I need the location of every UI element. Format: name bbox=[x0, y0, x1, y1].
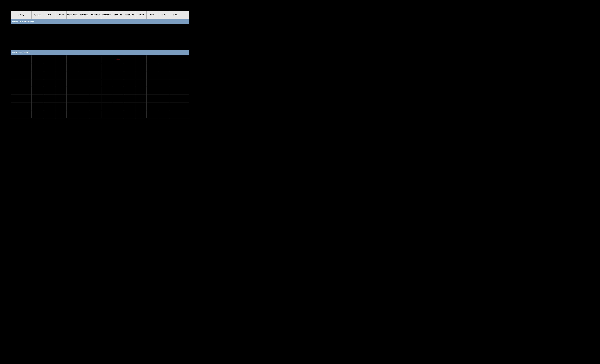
bs-row3-december bbox=[101, 71, 112, 79]
col-header-january: JANUARY bbox=[112, 11, 124, 19]
col-header-august: AUGUST bbox=[55, 11, 66, 19]
bs-row7-january bbox=[112, 102, 124, 110]
bs-row6-activity bbox=[11, 95, 32, 102]
bs-row3-november bbox=[89, 71, 101, 79]
bs-row5-activity bbox=[11, 87, 32, 94]
bs-row5-sponsor bbox=[32, 87, 44, 94]
bs-row3-august bbox=[55, 71, 66, 79]
bs-row1-november bbox=[89, 55, 101, 63]
bs-row6-september bbox=[66, 95, 78, 102]
bs-row4-july bbox=[44, 79, 55, 87]
bs-row4-june bbox=[169, 79, 181, 87]
bs-row8-february bbox=[124, 110, 135, 118]
col-header-december: DECEMBER bbox=[101, 11, 112, 19]
bs-row6-october bbox=[78, 95, 89, 102]
bs-row7-may bbox=[158, 102, 169, 110]
bs-row1-august bbox=[55, 55, 66, 63]
col-header-july: JULY bbox=[44, 11, 55, 19]
bs-row4-may bbox=[158, 79, 169, 87]
bs-row6-april bbox=[147, 95, 158, 102]
bs-row3-september bbox=[66, 71, 78, 79]
bs-row1-may bbox=[158, 55, 169, 63]
bs-row7-november bbox=[89, 102, 101, 110]
bs-row1-activity bbox=[11, 55, 32, 63]
main-container: Activity Sponsor JULY AUGUST SEPTEMBER O… bbox=[11, 11, 189, 118]
bs-row4-december bbox=[101, 79, 112, 87]
bs-row3-february bbox=[124, 71, 135, 79]
bs-row1-march bbox=[135, 55, 147, 63]
bs-row2-june bbox=[169, 63, 181, 71]
bs-row8-may bbox=[158, 110, 169, 118]
bs-row4-january bbox=[112, 79, 124, 87]
bs-row1-december bbox=[101, 55, 112, 63]
bs-row3-march bbox=[135, 71, 147, 79]
bs-row2-activity bbox=[11, 63, 32, 71]
bs-row2-july bbox=[44, 63, 55, 71]
bs-row4-sponsor bbox=[32, 79, 44, 87]
bs-row5-october bbox=[78, 87, 89, 94]
header-row: Activity Sponsor JULY AUGUST SEPTEMBER O… bbox=[11, 11, 189, 19]
bs-row8-january bbox=[112, 110, 124, 118]
bs-row7-activity bbox=[11, 102, 32, 110]
bs-row3-july bbox=[44, 71, 55, 79]
table-row bbox=[11, 71, 189, 79]
col-header-october: OCTOBER bbox=[78, 11, 89, 19]
bs-row1-sponsor bbox=[32, 55, 44, 63]
bs-row7-sponsor bbox=[32, 102, 44, 110]
table-row bbox=[11, 87, 189, 95]
bs-row4-october bbox=[78, 79, 89, 87]
bs-row8-july bbox=[44, 110, 55, 118]
section-header-business-systems: BUSINESS SYSTEMS bbox=[11, 50, 189, 55]
col-header-november: NOVEMBER bbox=[89, 11, 101, 19]
bs-row6-august bbox=[55, 95, 66, 102]
bs-row5-november bbox=[89, 87, 101, 94]
bs-row6-december bbox=[101, 95, 112, 102]
col-header-february: FEBRUARY bbox=[124, 11, 135, 19]
bs-row3-october bbox=[78, 71, 89, 79]
bs-row5-september bbox=[66, 87, 78, 94]
bs-row8-april bbox=[147, 110, 158, 118]
bs-row3-april bbox=[147, 71, 158, 79]
bs-row8-activity bbox=[11, 110, 32, 118]
bs-row7-july bbox=[44, 102, 55, 110]
bs-row5-february bbox=[124, 87, 135, 94]
bs-row2-october bbox=[78, 63, 89, 71]
col-header-june: JUNE bbox=[169, 11, 181, 19]
col-header-activity: Activity bbox=[11, 11, 32, 19]
bs-row8-june bbox=[169, 110, 181, 118]
bs-row2-december bbox=[101, 63, 112, 71]
bs-row6-sponsor bbox=[32, 95, 44, 102]
bs-row1-june bbox=[169, 55, 181, 63]
col-header-september: SEPTEMBER bbox=[66, 11, 78, 19]
bs-row5-march bbox=[135, 87, 147, 94]
bs-row8-october bbox=[78, 110, 89, 118]
bs-row6-march bbox=[135, 95, 147, 102]
bs-row3-june bbox=[169, 71, 181, 79]
bs-row2-march bbox=[135, 63, 147, 71]
bs-row3-activity bbox=[11, 71, 32, 79]
bs-row2-may bbox=[158, 63, 169, 71]
business-systems-data: Action bbox=[11, 55, 189, 118]
table-row bbox=[11, 63, 189, 71]
bs-row8-march bbox=[135, 110, 147, 118]
bs-row4-april bbox=[147, 79, 158, 87]
bs-row4-february bbox=[124, 79, 135, 87]
col-header-april: APRIL bbox=[147, 11, 158, 19]
bs-row6-may bbox=[158, 95, 169, 102]
bs-row8-november bbox=[89, 110, 101, 118]
bs-row3-january bbox=[112, 71, 124, 79]
bs-row2-august bbox=[55, 63, 66, 71]
bs-row1-july bbox=[44, 55, 55, 63]
table-row bbox=[11, 102, 189, 110]
bs-row7-august bbox=[55, 102, 66, 110]
bs-row5-may bbox=[158, 87, 169, 94]
bs-row5-june bbox=[169, 87, 181, 94]
table-row bbox=[11, 95, 189, 102]
bs-row6-june bbox=[169, 95, 181, 102]
bs-row2-april bbox=[147, 63, 158, 71]
bs-row8-december bbox=[101, 110, 112, 118]
bs-row4-march bbox=[135, 79, 147, 87]
bs-row7-april bbox=[147, 102, 158, 110]
bs-row5-july bbox=[44, 87, 55, 94]
bs-row5-january bbox=[112, 87, 124, 94]
